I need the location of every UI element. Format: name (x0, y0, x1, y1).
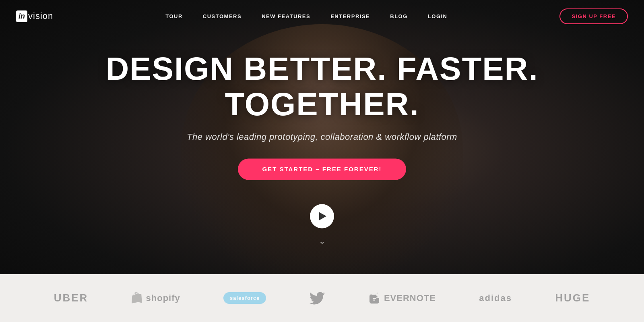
customer-logo-twitter (310, 292, 325, 305)
logo-box: in (16, 10, 27, 22)
adidas-text: adidas (479, 293, 512, 303)
evernote-text: EVERNOTE (384, 293, 436, 303)
nav-item-customers[interactable]: CUSTOMERS (203, 12, 242, 20)
evernote-icon (368, 292, 381, 305)
customer-logo-shopify: shopify (132, 292, 180, 305)
huge-text: HUGE (555, 292, 590, 304)
nav-link-tour[interactable]: TOUR (165, 13, 183, 19)
nav-link-login[interactable]: LOGIN (428, 13, 448, 19)
logo-in-text: in (19, 12, 25, 21)
cta-button[interactable]: GET STARTED – FREE FOREVER! (238, 158, 406, 180)
shopify-icon (132, 292, 143, 305)
nav-item-blog[interactable]: BLOG (390, 12, 408, 20)
play-button[interactable] (310, 204, 334, 228)
customer-logo-huge: HUGE (555, 292, 590, 304)
customer-logo-uber: UBER (54, 292, 89, 304)
customer-logo-adidas: adidas (479, 293, 512, 303)
logo-vision-text: vision (28, 11, 53, 21)
uber-text: UBER (54, 292, 89, 304)
navbar: in vision TOUR CUSTOMERS NEW FEATURES EN… (0, 0, 644, 32)
nav-item-enterprise[interactable]: ENTERPRISE (330, 12, 370, 20)
hero-subheadline: The world's leading prototyping, collabo… (80, 132, 564, 142)
nav-link-enterprise[interactable]: ENTERPRISE (330, 13, 370, 19)
hero-content: DESIGN BETTER. FASTER. TOGETHER. The wor… (80, 51, 564, 246)
logo[interactable]: in vision (16, 10, 53, 22)
customer-logo-salesforce: salesforce (223, 292, 266, 304)
salesforce-text: salesforce (230, 295, 260, 301)
shopify-text: shopify (146, 293, 180, 303)
nav-item-tour[interactable]: TOUR (165, 12, 183, 20)
play-icon (319, 212, 326, 220)
nav-link-blog[interactable]: BLOG (390, 13, 408, 19)
customers-bar: UBER shopify salesforce EVERNOTE adidas … (0, 274, 644, 322)
play-container: ⌄ (80, 204, 564, 246)
twitter-bird-icon (310, 292, 325, 305)
hero-headline: DESIGN BETTER. FASTER. TOGETHER. (80, 51, 564, 122)
hero-section: in vision TOUR CUSTOMERS NEW FEATURES EN… (0, 0, 644, 274)
nav-link-new-features[interactable]: NEW FEATURES (262, 13, 310, 19)
salesforce-cloud: salesforce (223, 292, 266, 304)
nav-item-new-features[interactable]: NEW FEATURES (262, 12, 310, 20)
nav-link-customers[interactable]: CUSTOMERS (203, 13, 242, 19)
customer-logo-evernote: EVERNOTE (368, 292, 436, 305)
chevron-down-icon: ⌄ (319, 236, 326, 246)
nav-links: TOUR CUSTOMERS NEW FEATURES ENTERPRISE B… (165, 12, 447, 20)
nav-item-login[interactable]: LOGIN (428, 12, 448, 20)
signup-button[interactable]: SIGN UP FREE (559, 8, 628, 24)
